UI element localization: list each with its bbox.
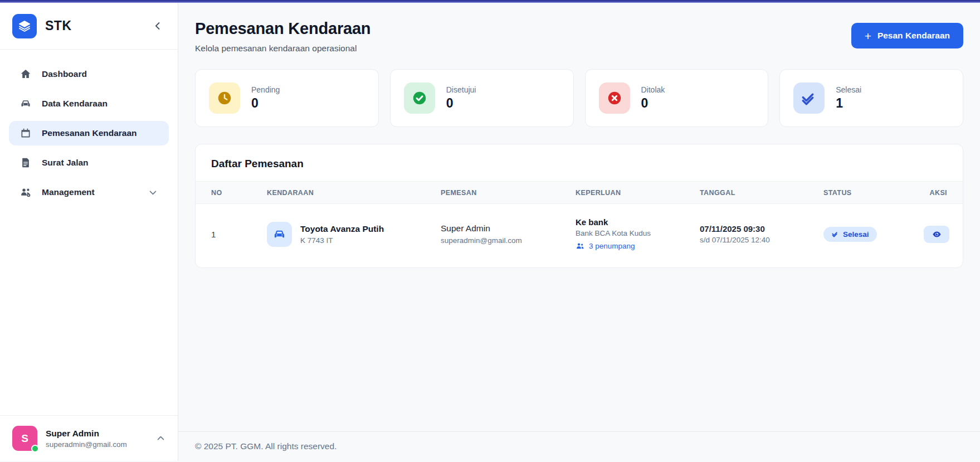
chevron-up-icon	[156, 434, 165, 443]
content-area: Pemesanan Kendaraan Kelola pemesanan ken…	[178, 3, 980, 431]
passengers-label: 3 penumpang	[589, 242, 635, 250]
table-row: 1 Toyota Avanza Putih K 7743 IT Super Ad…	[196, 204, 963, 268]
stats-row: Pending 0 Disetujui 0	[195, 69, 963, 127]
sidebar-item-pemesanan-kendaraan[interactable]: Pemesanan Kendaraan	[9, 121, 169, 145]
requester-name: Super Admin	[441, 223, 576, 234]
table-title: Daftar Pemesanan	[196, 144, 963, 181]
stat-card-disetujui: Disetujui 0	[390, 69, 574, 127]
column-header-pemesan: PEMESAN	[441, 189, 576, 197]
double-check-icon	[831, 230, 839, 238]
cell-tanggal: 07/11/2025 09:30 s/d 07/11/2025 12:40	[700, 224, 823, 244]
online-status-dot	[31, 445, 39, 453]
column-header-status: STATUS	[823, 189, 924, 197]
sidebar-collapse-button[interactable]	[150, 18, 165, 33]
stat-label: Pending	[251, 85, 280, 94]
eye-icon	[932, 230, 942, 239]
sidebar-item-dashboard[interactable]: Dashboard	[9, 62, 169, 86]
layers-icon	[18, 20, 31, 33]
sidebar-user-menu[interactable]: S Super Admin superadmin@gmail.com	[0, 415, 178, 461]
cell-keperluan: Ke bank Bank BCA Kota Kudus 3 penumpang	[576, 217, 700, 251]
vehicle-name: Toyota Avanza Putih	[300, 224, 384, 234]
users-gear-icon	[20, 187, 31, 198]
stat-text: Disetujui 0	[446, 85, 476, 111]
app-shell: STK Dashboard Data Kendaraan	[0, 3, 980, 461]
x-circle-icon	[599, 82, 630, 114]
sidebar-item-surat-jalan[interactable]: Surat Jalan	[9, 150, 169, 175]
date-end: s/d 07/11/2025 12:40	[700, 236, 823, 244]
double-check-icon	[793, 82, 825, 114]
page-subtitle: Kelola pemesanan kendaraan operasional	[195, 43, 370, 54]
column-header-no: NO	[211, 189, 267, 197]
stat-label: Disetujui	[446, 85, 476, 94]
stat-text: Pending 0	[251, 85, 280, 111]
vehicle-text: Toyota Avanza Putih K 7743 IT	[300, 224, 384, 245]
copyright-text: © 2025 PT. GGM. All rights reserved.	[195, 441, 337, 451]
users-icon	[576, 241, 585, 251]
user-email: superadmin@gmail.com	[46, 440, 127, 449]
chevron-down-icon	[148, 188, 158, 197]
cell-kendaraan: Toyota Avanza Putih K 7743 IT	[267, 222, 441, 247]
stat-label: Selesai	[836, 85, 861, 94]
car-icon	[20, 98, 31, 109]
sidebar-item-label: Data Kendaraan	[42, 99, 108, 109]
page-title: Pemesanan Kendaraan	[195, 20, 370, 38]
sidebar-item-label: Surat Jalan	[42, 158, 89, 168]
column-header-keperluan: KEPERLUAN	[576, 189, 700, 197]
app-logo	[12, 14, 37, 38]
sidebar-item-data-kendaraan[interactable]: Data Kendaraan	[9, 91, 169, 116]
car-icon	[267, 222, 292, 247]
column-header-aksi: AKSI	[924, 189, 947, 197]
purpose: Ke bank	[576, 217, 700, 227]
user-name: Super Admin	[46, 429, 127, 439]
user-info: Super Admin superadmin@gmail.com	[46, 429, 127, 449]
stat-text: Ditolak 0	[641, 85, 665, 111]
passengers-link[interactable]: 3 penumpang	[576, 241, 700, 251]
pesan-kendaraan-button[interactable]: + Pesan Kendaraan	[851, 23, 963, 48]
footer: © 2025 PT. GGM. All rights reserved.	[178, 431, 980, 461]
clock-icon	[209, 82, 240, 114]
stat-value: 0	[641, 96, 665, 111]
main-content: Pemesanan Kendaraan Kelola pemesanan ken…	[178, 3, 980, 461]
sidebar-item-label: Management	[42, 187, 95, 197]
avatar-initial: S	[21, 432, 28, 445]
pesan-kendaraan-button-label: Pesan Kendaraan	[877, 31, 950, 41]
plus-icon: +	[865, 30, 871, 42]
vehicle-plate: K 7743 IT	[300, 236, 384, 245]
column-header-kendaraan: KENDARAAN	[267, 189, 441, 197]
stat-card-pending: Pending 0	[195, 69, 379, 127]
stat-value: 0	[446, 96, 476, 111]
app-title: STK	[45, 18, 72, 33]
sidebar-header: STK	[0, 3, 178, 50]
avatar: S	[12, 426, 37, 451]
stat-label: Ditolak	[641, 85, 665, 94]
page-header: Pemesanan Kendaraan Kelola pemesanan ken…	[195, 20, 963, 54]
sidebar-item-label: Pemesanan Kendaraan	[42, 128, 137, 138]
stat-card-ditolak: Ditolak 0	[585, 69, 769, 127]
destination: Bank BCA Kota Kudus	[576, 229, 700, 237]
view-detail-button[interactable]	[924, 226, 949, 243]
sidebar-item-management[interactable]: Management	[9, 180, 169, 205]
calendar-check-icon	[20, 128, 31, 139]
cell-status: Selesai	[823, 227, 924, 242]
bookings-table-card: Daftar Pemesanan NO KENDARAAN PEMESAN KE…	[195, 144, 963, 268]
chevron-left-icon	[153, 21, 163, 31]
date-start: 07/11/2025 09:30	[700, 224, 823, 234]
cell-aksi	[924, 226, 949, 243]
document-icon	[20, 157, 31, 168]
stat-value: 0	[251, 96, 280, 111]
status-label: Selesai	[843, 230, 869, 239]
table-header-row: NO KENDARAAN PEMESAN KEPERLUAN TANGGAL S…	[196, 181, 963, 204]
stat-text: Selesai 1	[836, 85, 861, 111]
column-header-tanggal: TANGGAL	[700, 189, 823, 197]
status-badge: Selesai	[823, 227, 877, 242]
home-icon	[20, 69, 31, 80]
cell-no: 1	[211, 230, 267, 239]
check-circle-icon	[404, 82, 435, 114]
page-header-text: Pemesanan Kendaraan Kelola pemesanan ken…	[195, 20, 370, 54]
sidebar-nav: Dashboard Data Kendaraan Pemesanan Kenda…	[0, 50, 178, 415]
stat-card-selesai: Selesai 1	[779, 69, 963, 127]
stat-value: 1	[836, 96, 861, 111]
sidebar-item-label: Dashboard	[42, 69, 87, 79]
cell-pemesan: Super Admin superadmin@gmail.com	[441, 223, 576, 245]
sidebar: STK Dashboard Data Kendaraan	[0, 3, 178, 461]
